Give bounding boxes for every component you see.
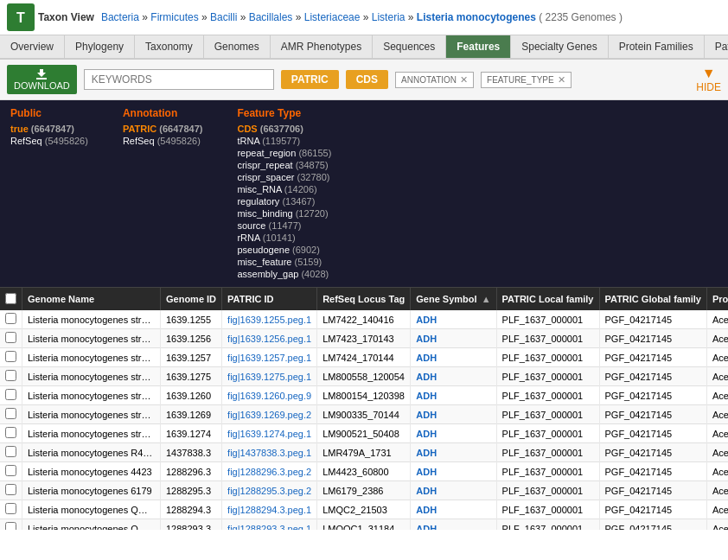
patric-id-cell: fig|1288296.3.peg.2 [222,462,317,481]
refseq-locus-cell: LMQOC1_31184 [317,519,411,531]
genome-id-cell: 1288293.3 [161,519,222,531]
row-checkbox-cell [0,481,22,500]
genome-name-cell: Listeria monocytogenes strain LM07424 [22,348,161,367]
tab-pathways[interactable]: Pathways [705,35,728,58]
tab-taxonomy[interactable]: Taxonomy [135,35,204,58]
gene-symbol-cell: ADH [411,519,496,531]
patric-local-cell: PLF_1637_000001 [496,329,599,348]
table-row: Listeria monocytogenes 4423 1288296.3 fi… [0,462,728,481]
filter-annotation-header: Annotation [123,107,203,119]
patric-id-cell: fig|1288294.3.peg.1 [222,500,317,519]
filter-cds[interactable]: CDS (6637706) [237,123,331,135]
refseq-locus-cell: LM900521_50408 [317,424,411,443]
filter-source[interactable]: source (11477) [237,220,331,232]
tab-amr[interactable]: AMR Phenotypes [271,35,373,58]
product-cell: Acetaldehyde dehydrogenase (EC 1.2.1.10)… [706,519,728,531]
filter-misc-feature[interactable]: misc_feature (5159) [237,256,331,268]
tab-phylogeny[interactable]: Phylogeny [65,35,135,58]
filter-annotation-refseq[interactable]: RefSeq (5495826) [123,135,203,147]
filter-misc-binding[interactable]: misc_binding (12720) [237,207,331,220]
row-checkbox[interactable] [5,427,16,438]
filter-repeat-region[interactable]: repeat_region (86155) [237,147,331,159]
col-refseq-locus[interactable]: RefSeq Locus Tag [317,288,411,310]
feature-type-chip: FEATURE_TYPE ✕ [481,72,572,88]
product-cell: Acetaldehyde dehydrogenase (EC 1.2.1.10)… [706,329,728,348]
tab-protein-families[interactable]: Protein Families [609,35,705,58]
tab-specialty-genes[interactable]: Specialty Genes [511,35,608,58]
filter-refseq[interactable]: RefSeq (5495826) [10,135,88,147]
filter-crispr-spacer[interactable]: crispr_spacer (32780) [237,171,331,183]
feature-type-filter-button[interactable]: CDS [346,70,388,89]
row-checkbox[interactable] [5,465,16,476]
row-checkbox[interactable] [5,370,16,381]
filter-rrna[interactable]: rRNA (10141) [237,232,331,244]
tab-genomes[interactable]: Genomes [204,35,271,58]
patric-id-cell: fig|1639.1275.peg.1 [222,367,317,386]
filter-trna[interactable]: tRNA (119577) [237,135,331,147]
patric-local-cell: PLF_1637_000001 [496,367,599,386]
patric-local-cell: PLF_1637_000001 [496,424,599,443]
patric-local-cell: PLF_1637_000001 [496,310,599,329]
features-table-container[interactable]: Genome Name Genome ID PATRIC ID RefSeq L… [0,288,728,530]
col-product[interactable]: Product [706,288,728,310]
tab-sequences[interactable]: Sequences [373,35,446,58]
genome-id-cell: 1639.1269 [161,405,222,424]
product-cell: Acetaldehyde dehydrogenase (EC 1.2.1.10)… [706,500,728,519]
tab-features[interactable]: Features [446,35,511,58]
hide-filter-button[interactable]: ▼ HIDE [696,66,721,93]
row-checkbox[interactable] [5,389,16,400]
search-input[interactable] [84,69,274,90]
genome-name-cell: Listeria monocytogenes R479a [22,443,161,462]
row-checkbox-cell [0,500,22,519]
row-checkbox[interactable] [5,408,16,419]
genome-count: ( 2235 Genomes ) [539,11,623,23]
col-gene-symbol[interactable]: Gene Symbol ▲ [411,288,496,310]
row-checkbox[interactable] [5,351,16,362]
patric-local-cell: PLF_1637_000001 [496,386,599,405]
row-checkbox[interactable] [5,332,16,343]
filter-assembly-gap[interactable]: assembly_gap (4028) [237,268,331,280]
genome-name-cell: Listeria monocytogenes strain LM07422 [22,310,161,329]
filter-public-true[interactable]: true (6647847) [10,123,88,135]
product-cell: Acetaldehyde dehydrogenase (EC 1.2.1.10)… [706,462,728,481]
row-checkbox[interactable] [5,503,16,514]
table-row: Listeria monocytogenes QOC1 1288293.3 fi… [0,519,728,531]
gene-symbol-cell: ADH [411,443,496,462]
row-checkbox[interactable] [5,313,16,324]
refseq-locus-cell: LM7424_170144 [317,348,411,367]
gene-symbol-cell: ADH [411,386,496,405]
filter-regulatory[interactable]: regulatory (13467) [237,195,331,207]
table-row: Listeria monocytogenes strain LM09-00 1 … [0,424,728,443]
row-checkbox[interactable] [5,522,16,530]
col-patric-global[interactable]: PATRIC Global family [599,288,706,310]
select-all-checkbox[interactable] [5,293,16,304]
row-checkbox-cell [0,348,22,367]
col-patric-local[interactable]: PATRIC Local family [496,288,599,310]
patric-id-cell: fig|1639.1274.peg.1 [222,424,317,443]
patric-global-cell: PGF_04217145 [599,500,706,519]
annotation-filter-button[interactable]: PATRIC [281,70,339,89]
gene-symbol-cell: ADH [411,348,496,367]
row-checkbox-cell [0,310,22,329]
genome-name-cell: Listeria monocytogenes 4423 [22,462,161,481]
filter-misc-rna[interactable]: misc_RNA (14206) [237,183,331,195]
product-cell: Acetaldehyde dehydrogenase (EC 1.2.1.10)… [706,481,728,500]
row-checkbox[interactable] [5,446,16,457]
nav-tabs: Overview Phylogeny Taxonomy Genomes AMR … [0,35,728,60]
col-genome-id[interactable]: Genome ID [161,288,222,310]
filter-crispr-repeat[interactable]: crispr_repeat (34875) [237,159,331,171]
filter-pseudogene[interactable]: pseudogene (6902) [237,244,331,256]
refseq-locus-cell: LM4423_60800 [317,462,411,481]
genome-name-cell: Listeria monocytogenes strain LM08-00 1 [22,386,161,405]
filter-feature-header: Feature Type [237,107,331,119]
col-patric-id[interactable]: PATRIC ID [222,288,317,310]
col-genome-name[interactable]: Genome Name [22,288,161,310]
row-checkbox[interactable] [5,484,16,495]
filter-public-col: Public true (6647847) RefSeq (5495826) [10,107,88,280]
tab-overview[interactable]: Overview [0,35,65,58]
patric-local-cell: PLF_1637_000001 [496,443,599,462]
download-button[interactable]: DOWNLOAD [7,65,77,94]
filter-annotation-patric[interactable]: PATRIC (6647847) [123,123,203,135]
refseq-locus-cell: LMR479A_1731 [317,443,411,462]
row-checkbox-cell [0,386,22,405]
